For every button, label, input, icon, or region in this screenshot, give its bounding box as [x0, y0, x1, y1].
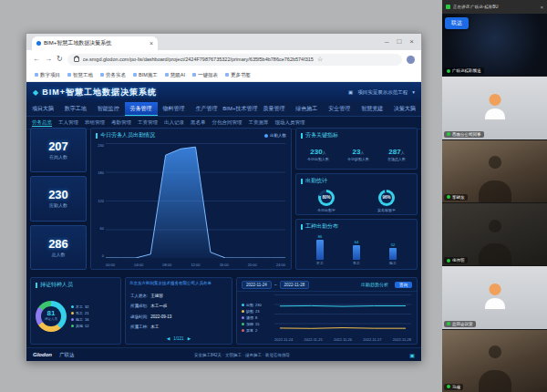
subnav-tab[interactable]: 出入记录 — [164, 119, 184, 126]
subnav-tab[interactable]: 考勤管理 — [111, 119, 131, 126]
nav-tab[interactable]: 劳务管理 — [125, 102, 158, 116]
worker-detail-row: 所属班组:木工一班 — [130, 304, 227, 308]
attendance-area-svg — [106, 143, 285, 258]
subnav-tab[interactable]: 现场人员管理 — [275, 119, 305, 126]
participant-name-badge: 总部会议室 — [444, 321, 476, 327]
gauge: 96% 实名核验率 — [377, 190, 396, 212]
grid-icon[interactable]: ▣ — [348, 89, 353, 95]
subnav-tab[interactable]: 工资管理 — [138, 119, 158, 126]
browser-toolbar: ← → ↻ ce.smgd.glodon.com/po-lis/dashboar… — [26, 50, 421, 68]
trade-bar — [389, 248, 397, 260]
bookmark-favicon-icon — [133, 73, 137, 77]
key-metric-label: 在场总人数 — [387, 157, 406, 161]
browser-tab[interactable]: BIM+智慧工地数据决策系统 × — [32, 36, 158, 50]
profile-avatar[interactable] — [407, 56, 415, 64]
participant-tile[interactable]: 李晓东 — [442, 140, 547, 202]
collapse-sidebar-icon[interactable]: × — [540, 5, 543, 10]
bookmark-item[interactable]: 更多书签 — [225, 72, 251, 78]
subnav-tab[interactable]: 工资测算 — [249, 119, 269, 126]
trade-bars: 86木工64瓦工52电工 — [296, 232, 417, 269]
attendance-area-plot — [106, 143, 285, 258]
participant-name-badge: 广联达精彩频道 — [444, 67, 484, 74]
back-icon[interactable]: ← — [33, 56, 40, 63]
bookmark-item[interactable]: 一键报表 — [192, 72, 218, 78]
subnav-tab[interactable]: 班组管理 — [85, 119, 105, 126]
gauge-ring: 96% — [378, 190, 395, 206]
nav-tab[interactable]: 决策大脑 — [388, 102, 421, 116]
date-to-input[interactable]: 2022-11-28 — [280, 281, 310, 289]
address-bar[interactable]: ce.smgd.glodon.com/po-lis/dashboard/proj… — [67, 54, 402, 66]
date-from-input[interactable]: 2022-11-24 — [242, 281, 272, 289]
chevron-down-icon: ▾ — [412, 89, 415, 95]
nav-tab[interactable]: 质量管理 — [258, 102, 291, 116]
attendance-chart-panel: 今日劳务人员出勤情况 出勤人数 240180120600 — [90, 128, 292, 270]
bookmark-favicon-icon — [100, 73, 104, 77]
key-metric: 23人 今日缺勤人数 — [347, 149, 369, 161]
participant-tile[interactable]: 张伟明 — [442, 203, 547, 265]
avatar — [483, 94, 507, 118]
nav-tab[interactable]: BIM+技术管理 — [222, 102, 257, 116]
left-stats-column: 207 在岗人数 230 应勤人数 286 总人数 — [30, 128, 87, 270]
prev-page-icon[interactable]: ◀ — [167, 336, 170, 341]
subnav-tab[interactable]: 黑名单 — [191, 119, 206, 126]
key-metrics-panel: 劳务关键指标 230人 今日出勤人数 23人 — [295, 128, 418, 170]
nav-tab[interactable]: 项目大脑 — [26, 102, 59, 116]
tab-close-icon[interactable]: × — [150, 40, 153, 46]
dashboard-footer: Glodon 广联达 安全施工842天 · 文明施工 · 绿色施工 · 欢迎莅临… — [26, 347, 421, 361]
stat-card: 230 应勤人数 — [30, 176, 87, 221]
key-metric-label: 今日缺勤人数 — [347, 157, 369, 161]
participant-tile[interactable]: 西南分公司同事 — [442, 77, 547, 139]
subnav-tab[interactable]: 分包合同管理 — [212, 119, 243, 126]
nav-tab[interactable]: 智能监控 — [92, 102, 125, 116]
key-metrics-row: 230人 今日出勤人数 23人 今日缺勤人数 287人 — [296, 141, 417, 169]
trend-x-ticks: 2022-11-242022-11-252022-11-262022-11-27… — [274, 334, 411, 342]
query-button[interactable]: 查询 — [395, 282, 412, 288]
bookmark-favicon-icon — [165, 73, 169, 77]
right-column: 劳务关键指标 230人 今日出勤人数 23人 — [295, 128, 418, 270]
bookmark-item[interactable]: 智慧工地 — [67, 72, 93, 78]
bookmark-item[interactable]: 劳务实名 — [100, 72, 126, 78]
close-button[interactable]: × — [409, 38, 414, 46]
x-tick: 00:00 — [106, 263, 115, 267]
project-selector[interactable]: ▣ 项目实景展示示范工程 ▾ — [348, 89, 415, 96]
nav-tab[interactable]: 智慧党建 — [356, 102, 388, 116]
x-tick: 2022-11-26 — [334, 337, 352, 342]
active-speaker-badge: 联达 — [445, 17, 469, 29]
participant-tile[interactable]: 马瑞 — [442, 330, 547, 392]
stat-label: 总人数 — [52, 252, 66, 257]
donut-legend-row: 其他 12 — [71, 324, 88, 328]
trend-line-svg — [274, 294, 411, 333]
y-tick: 60 — [93, 226, 104, 231]
trade-bar — [316, 240, 324, 260]
next-page-icon[interactable]: ▶ — [188, 336, 191, 341]
worker-detail-row: 进场时间:2022-09-13 — [130, 315, 227, 319]
age-donut: 81 持证人员 — [36, 301, 67, 332]
subnav-tab[interactable]: 劳务总览 — [32, 119, 52, 127]
subnav-tab[interactable]: 工人管理 — [58, 119, 78, 126]
worker-detail-row: 所属工种:木工 — [130, 325, 227, 329]
dashboard-title: BIM+智慧工地数据决策系统 — [42, 87, 157, 98]
key-metric-value: 23人 — [353, 149, 365, 156]
participant-name-badge: 张伟明 — [444, 257, 468, 263]
company-roster-title: 北京东方航制泵水技术服务有限公司人员名单 — [126, 278, 232, 288]
meeting-screenshare-screen: BIM+智慧工地数据决策系统 × – □ × ← → ↻ ce.smgd.glo… — [0, 0, 547, 392]
participant-tile[interactable]: 总部会议室 — [442, 266, 547, 328]
nav-tab[interactable]: 绿色施工 — [290, 102, 323, 116]
forward-icon[interactable]: → — [45, 56, 52, 63]
nav-tab[interactable]: 安全管理 — [323, 102, 356, 116]
bookmark-item[interactable]: 慧眼AI — [165, 72, 185, 78]
bookmark-star-icon[interactable]: ☆ — [317, 56, 323, 63]
nav-tab[interactable]: 生产管理 — [190, 102, 222, 116]
bookmark-item[interactable]: BIM施工 — [133, 72, 158, 78]
minimize-button[interactable]: – — [385, 38, 388, 46]
x-axis-ticks: 00:0004:0008:0012:0016:0020:0024:00 — [106, 259, 285, 267]
nav-tab[interactable]: 物料管理 — [158, 102, 191, 116]
mic-icon — [447, 322, 450, 325]
maximize-button[interactable]: □ — [397, 38, 401, 46]
participant-name-badge: 西南分公司同事 — [444, 131, 484, 138]
nav-tab[interactable]: 数字工地 — [59, 102, 92, 116]
bookmark-favicon-icon — [225, 73, 229, 77]
reload-icon[interactable]: ↻ — [57, 56, 63, 63]
trend-panel: 2022-11-24 ~ 2022-11-28 出勤趋势分析 查询 出 — [236, 277, 418, 345]
bookmark-item[interactable]: 数字项目 — [35, 72, 60, 78]
